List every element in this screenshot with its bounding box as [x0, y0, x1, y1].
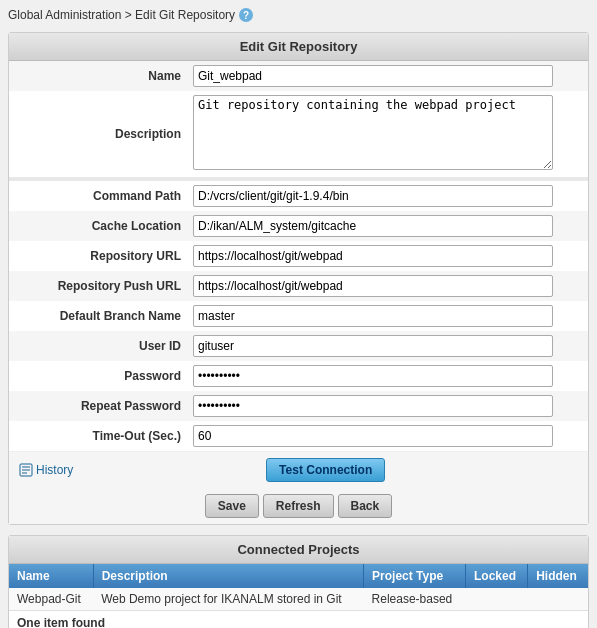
- description-textarea[interactable]: [193, 95, 553, 170]
- connected-panel-title: Connected Projects: [9, 536, 588, 564]
- edit-form-table: Name Description Command Path Cache Loca…: [9, 61, 588, 451]
- col-header-locked: Locked: [466, 564, 528, 588]
- user-id-input[interactable]: [193, 335, 553, 357]
- button-row: Save Refresh Back: [9, 488, 588, 524]
- default-branch-name-label: Default Branch Name: [9, 301, 189, 331]
- actions-row: History Test Connection: [9, 451, 588, 488]
- col-header-name: Name: [9, 564, 93, 588]
- item-count: One item found: [9, 611, 588, 628]
- repository-push-url-row: Repository Push URL: [9, 271, 588, 301]
- repository-push-url-input[interactable]: [193, 275, 553, 297]
- password-label: Password: [9, 361, 189, 391]
- breadcrumb: Global Administration > Edit Git Reposit…: [8, 8, 589, 22]
- command-path-input[interactable]: [193, 185, 553, 207]
- name-input[interactable]: [193, 65, 553, 87]
- table-header-row: Name Description Project Type Locked Hid…: [9, 564, 588, 588]
- user-id-label: User ID: [9, 331, 189, 361]
- name-row: Name: [9, 61, 588, 91]
- connected-projects-table: Name Description Project Type Locked Hid…: [9, 564, 588, 611]
- history-link[interactable]: History: [19, 463, 73, 477]
- repository-push-url-label: Repository Push URL: [9, 271, 189, 301]
- timeout-row: Time-Out (Sec.): [9, 421, 588, 451]
- back-button[interactable]: Back: [338, 494, 393, 518]
- edit-git-repository-panel: Edit Git Repository Name Description Com…: [8, 32, 589, 525]
- repeat-password-label: Repeat Password: [9, 391, 189, 421]
- cache-location-input[interactable]: [193, 215, 553, 237]
- timeout-label: Time-Out (Sec.): [9, 421, 189, 451]
- history-icon: [19, 463, 33, 477]
- description-row: Description: [9, 91, 588, 177]
- repeat-password-row: Repeat Password: [9, 391, 588, 421]
- col-header-project-type: Project Type: [364, 564, 466, 588]
- password-input[interactable]: [193, 365, 553, 387]
- timeout-input[interactable]: [193, 425, 553, 447]
- cell-hidden: [528, 588, 588, 611]
- edit-panel-title: Edit Git Repository: [9, 33, 588, 61]
- cell-locked: [466, 588, 528, 611]
- refresh-button[interactable]: Refresh: [263, 494, 334, 518]
- history-label: History: [36, 463, 73, 477]
- repository-url-label: Repository URL: [9, 241, 189, 271]
- repository-url-input[interactable]: [193, 245, 553, 267]
- cell-project_type: Release-based: [364, 588, 466, 611]
- default-branch-name-row: Default Branch Name: [9, 301, 588, 331]
- test-connection-button[interactable]: Test Connection: [266, 458, 385, 482]
- help-icon[interactable]: ?: [239, 8, 253, 22]
- col-header-description: Description: [93, 564, 363, 588]
- password-row: Password: [9, 361, 588, 391]
- breadcrumb-text: Global Administration > Edit Git Reposit…: [8, 8, 235, 22]
- cell-name: Webpad-Git: [9, 588, 93, 611]
- default-branch-name-input[interactable]: [193, 305, 553, 327]
- description-label: Description: [9, 91, 189, 177]
- command-path-row: Command Path: [9, 181, 588, 211]
- table-row: Webpad-GitWeb Demo project for IKANALM s…: [9, 588, 588, 611]
- repeat-password-input[interactable]: [193, 395, 553, 417]
- cache-location-row: Cache Location: [9, 211, 588, 241]
- cache-location-label: Cache Location: [9, 211, 189, 241]
- cell-description: Web Demo project for IKANALM stored in G…: [93, 588, 363, 611]
- repository-url-row: Repository URL: [9, 241, 588, 271]
- col-header-hidden: Hidden: [528, 564, 588, 588]
- connected-projects-panel: Connected Projects Name Description Proj…: [8, 535, 589, 628]
- save-button[interactable]: Save: [205, 494, 259, 518]
- command-path-label: Command Path: [9, 181, 189, 211]
- name-label: Name: [9, 61, 189, 91]
- user-id-row: User ID: [9, 331, 588, 361]
